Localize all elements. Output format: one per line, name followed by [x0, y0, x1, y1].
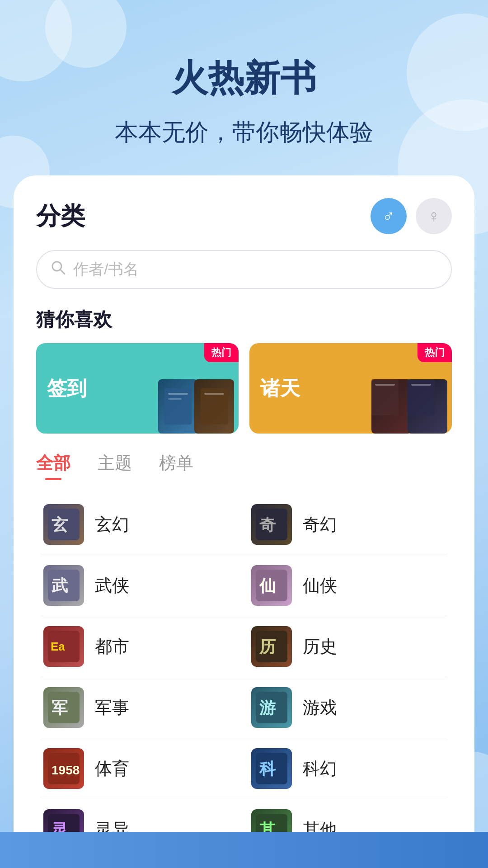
category-row-5: 1958 体育 科 科幻 [36, 738, 452, 799]
svg-text:1958: 1958 [52, 763, 80, 777]
featured-checkin-label: 签到 [47, 375, 87, 402]
featured-zhutian-label: 诸天 [260, 375, 300, 402]
search-placeholder-text: 作者/书名 [73, 259, 139, 280]
guess-you-like-label: 猜你喜欢 [36, 307, 452, 332]
svg-text:科: 科 [259, 760, 276, 778]
tab-theme[interactable]: 主题 [98, 452, 132, 480]
cat-label-junshi: 军事 [95, 696, 129, 719]
svg-text:历: 历 [259, 637, 276, 656]
tab-all[interactable]: 全部 [36, 452, 70, 480]
category-row-1: 玄 玄幻 奇 奇幻 [36, 494, 452, 555]
featured-checkin-books [157, 343, 239, 434]
tabs-row: 全部 主题 榜单 [36, 452, 452, 481]
cat-label-dushi: 都市 [95, 635, 129, 658]
category-item-qihuan[interactable]: 奇 奇幻 [244, 494, 452, 555]
search-icon [51, 260, 66, 279]
svg-rect-8 [375, 384, 395, 386]
female-icon: ♀ [427, 207, 441, 226]
category-item-lishi[interactable]: 历 历史 [244, 616, 452, 677]
male-icon: ♂ [382, 207, 395, 226]
book-thumb-checkin-2 [194, 379, 234, 434]
tab-ranking[interactable]: 榜单 [159, 452, 193, 480]
female-gender-button[interactable]: ♀ [416, 198, 452, 234]
category-grid: 玄 玄幻 奇 奇幻 武 武侠 仙 [36, 494, 452, 860]
cat-thumb-qihuan: 奇 [251, 504, 292, 545]
cat-thumb-xuanhuan: 玄 [43, 504, 84, 545]
section-title: 分类 [36, 200, 85, 233]
search-bar[interactable]: 作者/书名 [36, 250, 452, 289]
featured-row: 热门 签到 热门 [36, 343, 452, 434]
category-row-2: 武 武侠 仙 仙侠 [36, 555, 452, 616]
cat-thumb-youxi: 游 [251, 687, 292, 728]
cat-label-xuanhuan: 玄幻 [95, 513, 129, 536]
category-row-3: Ea 都市 历 历史 [36, 616, 452, 677]
cat-thumb-lishi: 历 [251, 626, 292, 667]
svg-text:军: 军 [52, 698, 68, 717]
svg-line-1 [60, 269, 65, 274]
category-item-xuanhuan[interactable]: 玄 玄幻 [36, 494, 244, 555]
cat-thumb-xianxia: 仙 [251, 565, 292, 606]
cat-label-tiyu: 体育 [95, 757, 129, 780]
cat-thumb-dushi: Ea [43, 626, 84, 667]
category-item-kehuan[interactable]: 科 科幻 [244, 738, 452, 799]
svg-rect-6 [204, 393, 224, 395]
book-thumb-zhutian-2 [408, 379, 447, 434]
cat-label-xianxia: 仙侠 [303, 574, 337, 597]
male-gender-button[interactable]: ♂ [371, 198, 407, 234]
svg-text:Ea: Ea [51, 640, 65, 653]
book-thumb-zhutian-1 [371, 379, 411, 434]
category-row-4: 军 军事 游 游戏 [36, 677, 452, 738]
cat-thumb-tiyu: 1958 [43, 748, 84, 789]
top-bar: 分类 ♂ ♀ [36, 198, 452, 234]
svg-rect-3 [168, 393, 188, 395]
featured-checkin-card[interactable]: 热门 签到 [36, 343, 239, 434]
category-item-youxi[interactable]: 游 游戏 [244, 677, 452, 738]
svg-text:玄: 玄 [52, 515, 68, 534]
featured-zhutian-card[interactable]: 热门 诸天 [249, 343, 452, 434]
category-item-dushi[interactable]: Ea 都市 [36, 616, 244, 677]
svg-rect-4 [168, 398, 182, 400]
svg-text:仙: 仙 [259, 576, 276, 595]
category-item-tiyu[interactable]: 1958 体育 [36, 738, 244, 799]
cat-thumb-wuxia: 武 [43, 565, 84, 606]
svg-text:武: 武 [52, 576, 68, 595]
cat-label-wuxia: 武侠 [95, 574, 129, 597]
featured-zhutian-books [371, 343, 452, 434]
gender-icons: ♂ ♀ [371, 198, 452, 234]
cat-thumb-kehuan: 科 [251, 748, 292, 789]
cat-label-kehuan: 科幻 [303, 757, 337, 780]
cat-thumb-junshi: 军 [43, 687, 84, 728]
cat-label-youxi: 游戏 [303, 696, 337, 719]
bottom-bar [0, 832, 488, 868]
category-item-junshi[interactable]: 军 军事 [36, 677, 244, 738]
page-subtitle: 本本无价，带你畅快体验 [27, 117, 461, 148]
svg-text:奇: 奇 [259, 515, 276, 534]
main-card: 分类 ♂ ♀ 作者/书名 猜你喜欢 热门 签到 [14, 175, 474, 868]
svg-text:游: 游 [259, 698, 276, 717]
svg-rect-10 [411, 384, 431, 386]
book-thumb-checkin-1 [158, 379, 198, 434]
cat-label-qihuan: 奇幻 [303, 513, 337, 536]
category-item-wuxia[interactable]: 武 武侠 [36, 555, 244, 616]
category-item-xianxia[interactable]: 仙 仙侠 [244, 555, 452, 616]
cat-label-lishi: 历史 [303, 635, 337, 658]
